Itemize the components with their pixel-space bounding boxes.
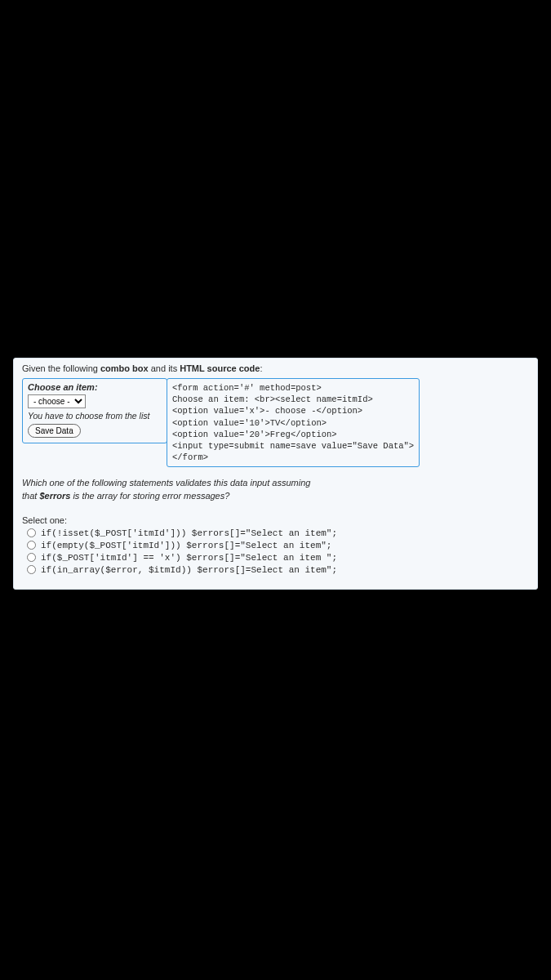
intro-part3: : bbox=[260, 363, 262, 373]
question-line2c: is the array for storing error messages? bbox=[70, 491, 229, 501]
question-card: Given the following combo box and its HT… bbox=[13, 358, 538, 590]
option-b-text: if(empty($_POST['itmId'])) $errors[]="Se… bbox=[41, 541, 331, 550]
option-a-row: if(!isset($_POST['itmId'])) $errors[]="S… bbox=[27, 528, 529, 538]
intro-part1: Given the following bbox=[22, 363, 100, 373]
question-line1: Which one of the following statements va… bbox=[22, 478, 310, 488]
intro-part2: and its bbox=[149, 363, 180, 373]
intro-text: Given the following combo box and its HT… bbox=[22, 363, 529, 373]
code-box: <form action='#' method=post> Choose an … bbox=[167, 378, 420, 467]
example-row: Choose an item: - choose - You have to c… bbox=[22, 378, 529, 467]
option-a-text: if(!isset($_POST['itmId'])) $errors[]="S… bbox=[41, 528, 337, 538]
option-c-radio[interactable] bbox=[27, 553, 36, 562]
code-line-6: <input type=submit name=save value="Save… bbox=[172, 440, 414, 452]
question-text: Which one of the following statements va… bbox=[22, 477, 529, 502]
question-errors-var: $errors bbox=[39, 491, 70, 501]
option-a-radio[interactable] bbox=[27, 528, 36, 537]
item-select[interactable]: - choose - bbox=[28, 394, 86, 408]
code-line-1: <form action='#' method=post> bbox=[172, 382, 414, 394]
hint-text: You have to choose from the list bbox=[28, 411, 162, 421]
choose-label: Choose an item: bbox=[28, 382, 162, 392]
code-line-3: <option value='x'>- choose -</option> bbox=[172, 405, 414, 416]
option-c-text: if($_POST['itmId'] == 'x') $errors[]="Se… bbox=[41, 553, 337, 563]
intro-bold2: HTML source code bbox=[180, 363, 260, 373]
code-line-5: <option value='20'>Freg</option> bbox=[172, 429, 414, 440]
option-d-radio[interactable] bbox=[27, 565, 36, 574]
save-button[interactable]: Save Data bbox=[28, 424, 81, 438]
option-d-row: if(in_array($error, $itmId)) $errors[]=S… bbox=[27, 565, 529, 575]
option-c-row: if($_POST['itmId'] == 'x') $errors[]="Se… bbox=[27, 553, 529, 563]
form-preview-box: Choose an item: - choose - You have to c… bbox=[22, 378, 167, 443]
question-line2a: that bbox=[22, 491, 39, 501]
option-d-text: if(in_array($error, $itmId)) $errors[]=S… bbox=[41, 565, 337, 575]
option-b-row: if(empty($_POST['itmId'])) $errors[]="Se… bbox=[27, 541, 529, 550]
option-b-radio[interactable] bbox=[27, 541, 36, 550]
intro-bold1: combo box bbox=[100, 363, 149, 373]
code-line-7: </form> bbox=[172, 452, 414, 463]
select-one-label: Select one: bbox=[22, 515, 529, 525]
code-line-4: <option value='10'>TV</option> bbox=[172, 417, 414, 429]
code-line-2: Choose an item: <br><select name=itmId> bbox=[172, 394, 414, 405]
